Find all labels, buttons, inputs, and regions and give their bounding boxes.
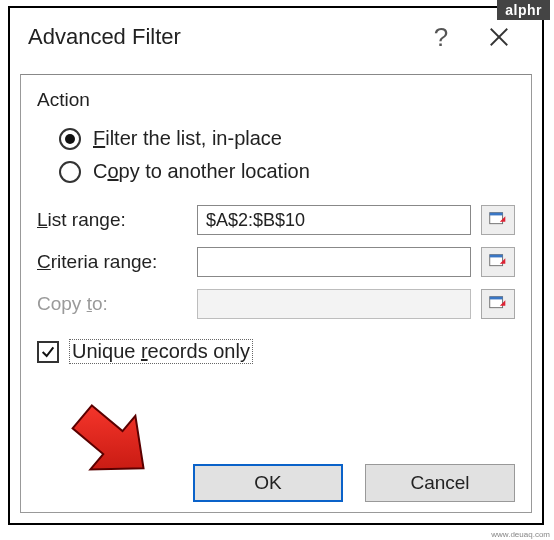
checkbox-icon bbox=[37, 341, 59, 363]
range-select-icon bbox=[487, 293, 509, 315]
radio-copy-to-location[interactable]: Copy to another location bbox=[59, 160, 515, 183]
copy-to-input bbox=[197, 289, 471, 319]
svg-rect-5 bbox=[490, 255, 503, 258]
copy-to-label: Copy to: bbox=[37, 293, 187, 315]
copy-to-collapse-button[interactable] bbox=[481, 289, 515, 319]
copy-to-row: Copy to: bbox=[37, 289, 515, 319]
criteria-range-row: Criteria range: bbox=[37, 247, 515, 277]
dialog-buttons: OK Cancel bbox=[193, 464, 515, 502]
criteria-range-label: Criteria range: bbox=[37, 251, 187, 273]
unique-records-label: Unique records only bbox=[69, 339, 253, 364]
list-range-row: List range: $A$2:$B$10 bbox=[37, 205, 515, 235]
list-range-input[interactable]: $A$2:$B$10 bbox=[197, 205, 471, 235]
cancel-button[interactable]: Cancel bbox=[365, 464, 515, 502]
criteria-range-collapse-button[interactable] bbox=[481, 247, 515, 277]
dialog-advanced-filter: Advanced Filter ? Action Filter the list… bbox=[8, 6, 544, 525]
radio-icon bbox=[59, 128, 81, 150]
action-group-label: Action bbox=[37, 89, 515, 111]
range-select-icon bbox=[487, 251, 509, 273]
list-range-collapse-button[interactable] bbox=[481, 205, 515, 235]
action-radio-group: Filter the list, in-place Copy to anothe… bbox=[59, 127, 515, 183]
dialog-body: Action Filter the list, in-place Copy to… bbox=[20, 74, 532, 513]
close-icon bbox=[488, 26, 510, 48]
range-fields: List range: $A$2:$B$10 Criteria range: bbox=[37, 205, 515, 319]
ok-button[interactable]: OK bbox=[193, 464, 343, 502]
svg-rect-3 bbox=[490, 213, 503, 216]
watermark-alphr: alphr bbox=[497, 0, 550, 20]
radio-filter-in-place[interactable]: Filter the list, in-place bbox=[59, 127, 515, 150]
watermark-url: www.deuaq.com bbox=[491, 530, 550, 539]
radio-icon bbox=[59, 161, 81, 183]
svg-rect-7 bbox=[490, 297, 503, 300]
radio-label: Copy to another location bbox=[93, 160, 310, 183]
dialog-title: Advanced Filter bbox=[28, 24, 181, 50]
unique-records-checkbox[interactable]: Unique records only bbox=[37, 339, 515, 364]
list-range-label: List range: bbox=[37, 209, 187, 231]
range-select-icon bbox=[487, 209, 509, 231]
criteria-range-input[interactable] bbox=[197, 247, 471, 277]
help-button[interactable]: ? bbox=[412, 8, 470, 66]
radio-label: Filter the list, in-place bbox=[93, 127, 282, 150]
titlebar: Advanced Filter ? bbox=[10, 8, 542, 66]
